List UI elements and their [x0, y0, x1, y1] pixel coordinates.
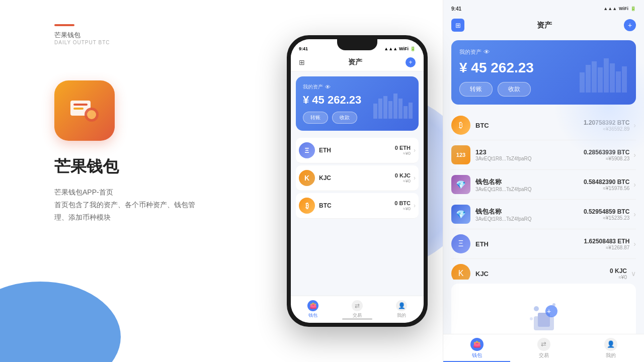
phone-coin-btc[interactable]: ₿ BTC 0 BTC ≈¥0 ›	[296, 193, 419, 219]
eth-balance: 0 ETH ≈¥0	[395, 145, 411, 156]
rp-123-info: 123 3AvEQt1R8...TsZ4fpaRQ	[475, 148, 584, 161]
rp-status-bar: 9:41 ▲▲▲ WiFi 🔋	[443, 0, 644, 14]
home-indicator	[342, 318, 372, 320]
svg-point-25	[534, 306, 539, 311]
rp-wallet1-balance: 0.58482390 BTC ≈¥15978.56	[584, 178, 629, 191]
kjc-name: KJC	[319, 174, 395, 182]
phone-header-title: 资产	[348, 58, 362, 67]
phone-coin-eth[interactable]: Ξ ETH 0 ETH ≈¥0 ›	[296, 138, 419, 163]
rp-trade-nav-icon: ⇄	[537, 338, 550, 351]
phone-grid-icon[interactable]: ⊞	[299, 58, 305, 66]
svg-point-26	[552, 303, 555, 306]
rp-asset-bg	[580, 40, 630, 105]
rp-coin-wallet1[interactable]: 💎 钱包名称 3AvEQt1R8...TsZ4fpaRQ 0.58482390 …	[451, 170, 636, 200]
kjc-icon: K	[299, 170, 315, 186]
rp-bottom-nav: 👛 钱包 ⇄ 交易 👤 我的	[443, 334, 644, 362]
rp-transfer-btn[interactable]: 转账	[459, 82, 493, 97]
svg-rect-7	[383, 96, 387, 119]
svg-rect-5	[373, 104, 377, 119]
app-icon	[54, 80, 115, 141]
rp-coin-kjc[interactable]: K KJC 0 KJC ≈¥0 ∨	[451, 259, 636, 280]
rp-add-button[interactable]: +	[624, 19, 636, 31]
phone-nav-trade[interactable]: ⇄ 交易	[335, 300, 379, 319]
rp-coin-wallet2[interactable]: 💎 钱包名称 3AvEQt1R8...TsZ4fpaRQ 0.52954859 …	[451, 200, 636, 229]
rp-btc-icon: ₿	[451, 116, 470, 135]
btc-name: BTC	[319, 202, 394, 209]
app-icon-container	[54, 80, 115, 141]
svg-rect-19	[616, 71, 621, 93]
rp-wallet2-balance: 0.52954859 BTC ≈¥15235.23	[584, 208, 629, 221]
rp-wallet2-icon: 💎	[451, 205, 470, 224]
rp-nav-wallet[interactable]: 👛 钱包	[443, 338, 510, 359]
rp-kjc-balance: 0 KJC ≈¥0	[610, 267, 627, 280]
kjc-balance: 0 KJC ≈¥0	[395, 172, 411, 184]
rp-eth-icon: Ξ	[451, 234, 470, 253]
eth-icon: Ξ	[299, 142, 315, 158]
phone-status-icons: ▲▲▲ WiFi 🔋	[384, 46, 416, 51]
right-panel: 9:41 ▲▲▲ WiFi 🔋 ⊞ 资产 + 我的资产 👁 ¥ 45 262.2…	[443, 0, 644, 362]
rp-receive-btn[interactable]: 收款	[498, 82, 531, 97]
rp-wallet2-arrow: ›	[633, 210, 636, 218]
svg-rect-16	[598, 67, 603, 93]
phone-nav-wallet[interactable]: 👛 钱包	[291, 300, 335, 319]
app-desc: 芒果钱包APP-首页 首页包含了我的资产、各个币种资产、钱包管理、添加币种模块	[54, 186, 215, 224]
phone-asset-card: 我的资产 👁 ¥ 45 262.23 转账 收款	[296, 76, 419, 131]
phone-notch	[337, 39, 377, 50]
rp-wallet2-info: 钱包名称 3AvEQt1R8...TsZ4fpaRQ	[475, 207, 584, 222]
btc-balance: 0 BTC ≈¥0	[394, 200, 411, 211]
rp-wallet-nav-icon: 👛	[470, 338, 484, 351]
rp-wallet1-icon: 💎	[451, 175, 470, 194]
rp-wallet1-info: 钱包名称 3AvEQt1R8...TsZ4fpaRQ	[475, 177, 584, 192]
app-icon-svg	[66, 93, 103, 129]
svg-rect-20	[622, 66, 627, 93]
phone-coin-kjc[interactable]: K KJC 0 KJC ≈¥0 ›	[296, 165, 419, 191]
svg-rect-8	[388, 101, 392, 119]
mine-nav-icon: 👤	[396, 300, 407, 311]
rp-mine-nav-icon: 👤	[604, 338, 617, 351]
rp-grid-icon[interactable]: ⊞	[451, 19, 464, 32]
rp-123-icon: 123	[451, 145, 470, 164]
eth-arrow: ›	[414, 147, 416, 154]
kjc-arrow: ›	[414, 174, 416, 182]
rp-nav-trade[interactable]: ⇄ 交易	[510, 338, 577, 359]
phone-asset-bg	[373, 76, 414, 131]
svg-point-4	[87, 110, 96, 119]
svg-rect-13	[580, 72, 585, 93]
decorative-blob	[0, 282, 121, 362]
svg-rect-15	[592, 61, 597, 93]
svg-rect-6	[378, 99, 382, 119]
rp-eth-balance: 1.62508483 ETH ≈¥1268.87	[584, 238, 630, 250]
eth-name: ETH	[319, 147, 395, 154]
rp-kjc-icon: K	[451, 264, 470, 280]
svg-rect-1	[73, 104, 88, 106]
phone-add-button[interactable]: +	[406, 57, 416, 67]
rp-kjc-info: KJC	[475, 270, 610, 278]
phone-nav-mine[interactable]: 👤 我的	[379, 300, 424, 319]
app-tagline: DAILY OUTPUT BTC	[54, 40, 110, 45]
svg-rect-14	[586, 65, 591, 93]
rp-coin-eth[interactable]: Ξ ETH 1.62508483 ETH ≈¥1268.87 ›	[451, 229, 636, 259]
accent-line	[54, 24, 74, 26]
brand-subtitle: 芒果钱包 DAILY OUTPUT BTC	[54, 28, 110, 45]
rp-nav-mine[interactable]: 👤 我的	[577, 338, 644, 359]
btc-icon: ₿	[299, 198, 315, 214]
phone-coin-list: Ξ ETH 0 ETH ≈¥0 › K KJC 0 KJC ≈¥0 ›	[291, 136, 424, 223]
rp-eth-box-illustration: +	[524, 294, 564, 334]
phone-transfer-btn[interactable]: 转账	[303, 112, 328, 124]
wallet-nav-icon: 👛	[307, 300, 318, 311]
phone-screen: 9:41 ▲▲▲ WiFi 🔋 ⊞ 资产 + 我的资产 👁 ¥ 45 262	[291, 39, 424, 323]
app-desc-line1: 芒果钱包APP-首页	[54, 186, 215, 199]
svg-rect-2	[73, 108, 84, 110]
middle-panel: 9:41 ▲▲▲ WiFi 🔋 ⊞ 资产 + 我的资产 👁 ¥ 45 262	[272, 0, 443, 362]
svg-rect-11	[404, 106, 408, 119]
rp-kjc-arrow: ∨	[631, 269, 636, 278]
svg-rect-9	[393, 94, 397, 119]
app-name-small: 芒果钱包	[54, 31, 110, 40]
svg-rect-12	[409, 103, 413, 119]
svg-text:+: +	[546, 307, 550, 315]
svg-rect-18	[610, 63, 615, 93]
trade-nav-icon: ⇄	[352, 300, 363, 311]
svg-rect-10	[398, 99, 403, 119]
app-desc-line2: 首页包含了我的资产、各个币种资产、钱包管理、添加币种模块	[54, 199, 215, 224]
phone-receive-btn[interactable]: 收款	[332, 112, 357, 124]
